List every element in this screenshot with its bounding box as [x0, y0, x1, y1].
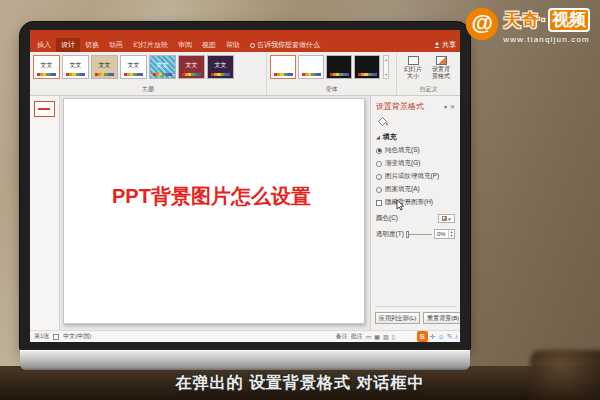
theme-thumbnail-6[interactable]: 文文: [178, 55, 205, 79]
tab-transitions[interactable]: 切换: [80, 38, 104, 52]
radio-icon[interactable]: [376, 161, 382, 167]
brand-logo-icon: @: [466, 8, 498, 40]
brand-website: www.tianqijun.com: [503, 35, 590, 44]
ribbon: 文文 文文 文文 文文 文文 文文 文文: [30, 52, 460, 96]
share-label: 共享: [442, 38, 456, 52]
color-picker-button[interactable]: ▾: [438, 214, 455, 223]
gallery-down-icon[interactable]: ▾: [385, 71, 387, 78]
tab-insert[interactable]: 插入: [32, 38, 56, 52]
share-button[interactable]: 共享: [434, 38, 456, 52]
video-subtitle: 在弹出的 设置背景格式 对话框中: [0, 373, 600, 394]
brand-name: 天奇: [503, 8, 539, 32]
chevron-down-icon: ▾: [448, 216, 451, 222]
format-background-icon: [436, 56, 447, 65]
variant-thumbnail-4[interactable]: [354, 55, 380, 79]
monitor-bezel: 插入 设计 切换 动画 幻灯片放映 审阅 视图 帮助 告诉我你想要做什么 共享: [20, 22, 470, 350]
slide-thumbnail-panel: [30, 96, 60, 330]
brand-badge: 视频: [548, 8, 590, 32]
tell-me-label: 告诉我你想要做什么: [257, 38, 320, 52]
customize-group: 幻灯片大小 设置背景格式 自定义: [397, 52, 460, 95]
ribbon-tabs: 插入 设计 切换 动画 幻灯片放映 审阅 视图 帮助 告诉我你想要做什么: [32, 38, 325, 52]
option-solid-fill[interactable]: 纯色填充(S): [376, 146, 455, 155]
option-pattern-fill[interactable]: 图案填充(A): [376, 185, 455, 194]
radio-icon[interactable]: [376, 148, 382, 154]
slideshow-icon[interactable]: ▯: [392, 333, 395, 340]
pane-dropdown-icon[interactable]: ▾: [444, 103, 447, 110]
reset-background-button[interactable]: 重置背景(B): [423, 312, 460, 324]
theme-thumbnail-4[interactable]: 文文: [120, 55, 147, 79]
theme-gallery: 文文 文文 文文 文文 文文 文文 文文: [33, 55, 263, 79]
fill-section-header: 填充: [383, 132, 397, 142]
variant-thumbnail-3[interactable]: [326, 55, 352, 79]
slide-editor-area: PPT背景图片怎么设置: [60, 96, 370, 330]
comments-button[interactable]: 批注: [351, 332, 363, 341]
ime-voice-icon[interactable]: ♪: [455, 332, 459, 342]
tab-review[interactable]: 审阅: [173, 38, 197, 52]
checkbox-icon[interactable]: [376, 200, 382, 206]
slide-canvas[interactable]: PPT背景图片怎么设置: [63, 98, 365, 324]
transparency-label: 透明度(T): [376, 230, 404, 239]
pane-close-icon[interactable]: ✕: [450, 103, 455, 110]
gallery-scroll[interactable]: ▴ ▾: [383, 55, 389, 79]
theme-thumbnail-5[interactable]: 文文: [149, 55, 176, 79]
format-background-button[interactable]: 设置背景格式: [428, 55, 454, 80]
ime-pencil-icon[interactable]: ✎: [447, 332, 453, 342]
tab-animations[interactable]: 动画: [104, 38, 128, 52]
fill-bucket-icon: [376, 116, 455, 127]
format-background-pane: 设置背景格式 ▾ ✕ ◢ 填充 纯色填充(S): [370, 96, 460, 330]
tab-view[interactable]: 视图: [197, 38, 221, 52]
monitor-chin: [20, 350, 470, 370]
slide-title-text[interactable]: PPT背景图片怎么设置: [112, 183, 311, 210]
variant-thumbnail-2[interactable]: [298, 55, 324, 79]
themes-group-label: 主题: [30, 85, 266, 94]
brand-dot: ·: [541, 12, 546, 28]
transparency-value: 0%: [435, 230, 448, 238]
option-gradient-fill[interactable]: 渐变填充(G): [376, 159, 455, 168]
theme-thumbnail-3[interactable]: 文文: [91, 55, 118, 79]
sogou-logo-icon[interactable]: S: [417, 331, 428, 342]
tab-design[interactable]: 设计: [56, 38, 80, 52]
person-icon: [434, 42, 440, 48]
gallery-up-icon[interactable]: ▴: [385, 56, 387, 63]
theme-thumbnail-office[interactable]: 文文: [33, 55, 60, 79]
brand-watermark: @ 天奇 · 视频 www.tianqijun.com: [466, 8, 590, 44]
notes-button[interactable]: 备注: [336, 332, 348, 341]
powerpoint-window: 插入 设计 切换 动画 幻灯片放映 审阅 视图 帮助 告诉我你想要做什么 共享: [30, 30, 460, 342]
ime-toolbar: S ✛ ☺ ✎ ♪: [417, 331, 458, 342]
thumbnail-text-mark: [38, 108, 50, 110]
accessibility-icon: [53, 334, 59, 340]
spin-down-icon[interactable]: ▾: [450, 234, 452, 238]
fill-collapse-icon[interactable]: ◢: [376, 134, 380, 140]
slide-counter: 第1张: [34, 332, 49, 341]
customize-group-label: 自定义: [397, 85, 460, 94]
option-hide-background[interactable]: 隐藏背景图形(H): [376, 198, 455, 207]
theme-thumbnail-2[interactable]: 文文: [62, 55, 89, 79]
theme-thumbnail-7[interactable]: 文文: [207, 55, 234, 79]
apply-to-all-button[interactable]: 应用到全部(L): [375, 312, 420, 324]
status-bar: 第1张 中文(中国) 备注 批注 ▭ ▦ ▥ ▯: [30, 330, 460, 342]
radio-icon[interactable]: [376, 174, 382, 180]
transparency-spinner[interactable]: 0% ▴ ▾: [434, 229, 455, 239]
variants-group: ▴ ▾ 变体: [267, 52, 397, 95]
tab-slideshow[interactable]: 幻灯片放映: [128, 38, 173, 52]
reading-view-icon[interactable]: ▥: [383, 333, 389, 340]
variant-thumbnail-1[interactable]: [270, 55, 296, 79]
variant-gallery: ▴ ▾: [270, 55, 393, 79]
radio-icon[interactable]: [376, 187, 382, 193]
language-indicator[interactable]: 中文(中国): [63, 332, 91, 341]
color-chip-icon: [442, 216, 447, 221]
slide-size-button[interactable]: 幻灯片大小: [400, 55, 426, 80]
option-picture-fill[interactable]: 图片或纹理填充(P): [376, 172, 455, 181]
slide-size-icon: [408, 56, 419, 65]
lightbulb-icon: [250, 43, 255, 48]
tell-me-box[interactable]: 告诉我你想要做什么: [245, 38, 325, 52]
ime-mode-icon[interactable]: ✛: [430, 332, 436, 342]
color-label: 颜色(C): [376, 214, 438, 223]
slide-sorter-icon[interactable]: ▦: [374, 333, 380, 340]
transparency-slider[interactable]: [406, 234, 432, 235]
ime-emoji-icon[interactable]: ☺: [437, 332, 444, 342]
normal-view-icon[interactable]: ▭: [366, 333, 372, 340]
slide-1-thumbnail[interactable]: [34, 101, 55, 117]
tab-help[interactable]: 帮助: [221, 38, 245, 52]
slider-handle[interactable]: [406, 231, 409, 238]
